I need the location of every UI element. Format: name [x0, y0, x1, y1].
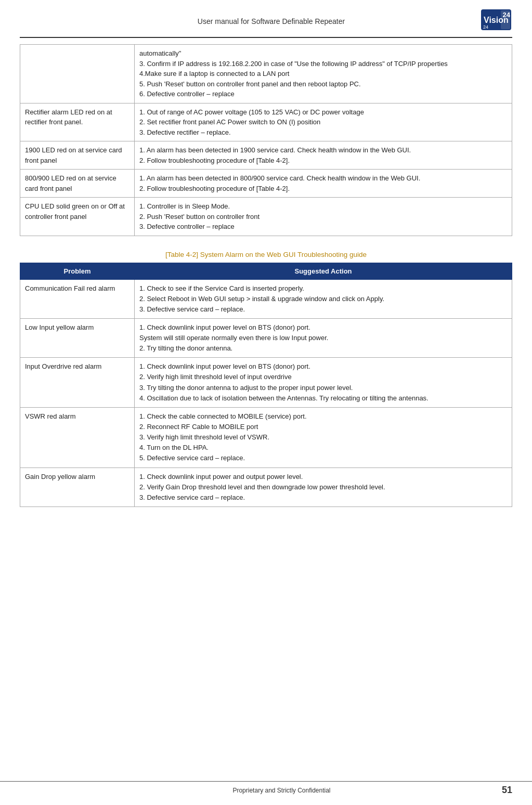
top-table-problem-0 [20, 45, 135, 103]
main-table-action-2: 1. Check downlink input power level on B… [135, 358, 512, 408]
top-table-action-1: 1. Out of range of AC power voltage (105… [135, 103, 512, 141]
top-table-problem-1: Rectifier alarm LED red on at rectifier … [20, 103, 135, 141]
svg-text:24: 24 [483, 24, 488, 30]
header-title: User manual for Software Definable Repea… [61, 17, 481, 25]
top-table: automatically"3. Confirm if IP address i… [20, 44, 512, 236]
main-table-action-4: 1. Check downlink input power and output… [135, 468, 512, 507]
page-number: 51 [502, 785, 512, 796]
main-table-problem-3: VSWR red alarm [20, 407, 135, 468]
top-table-problem-3: 800/900 LED red on at service card front… [20, 170, 135, 198]
page-footer: Proprietary and Strictly Confidential 51 [0, 781, 532, 796]
top-table-action-2: 1. An alarm has been detected in 1900 se… [135, 141, 512, 170]
section-title: [Table 4-2] System Alarm on the Web GUI … [20, 251, 512, 258]
top-table-action-4: 1. Controller is in Sleep Mode.2. Push '… [135, 198, 512, 236]
top-table-problem-2: 1900 LED red on at service card front pa… [20, 141, 135, 170]
main-table-problem-1: Low Input yellow alarm [20, 318, 135, 357]
footer-center: Proprietary and Strictly Confidential [232, 787, 330, 794]
main-table-problem-2: Input Overdrive red alarm [20, 358, 135, 408]
logo: Vision 24 24 [481, 9, 512, 33]
col-problem: Problem [20, 263, 135, 279]
top-table-problem-4: CPU LED solid green on or Off at control… [20, 198, 135, 236]
main-table-action-3: 1. Check the cable connected to MOBILE (… [135, 407, 512, 468]
main-table-action-1: 1. Check downlink input power level on B… [135, 318, 512, 357]
table-ref: [Table 4-2] [165, 251, 198, 258]
main-table-problem-4: Gain Drop yellow alarm [20, 468, 135, 507]
main-table: Problem Suggested Action Communication F… [20, 263, 512, 508]
main-table-action-0: 1. Check to see if the Service Card is i… [135, 279, 512, 318]
main-table-problem-0: Communication Fail red alarm [20, 279, 135, 318]
top-table-action-3: 1. An alarm has been detected in 800/900… [135, 170, 512, 198]
col-action: Suggested Action [135, 263, 512, 279]
top-table-action-0: automatically"3. Confirm if IP address i… [135, 45, 512, 103]
section-rest: System Alarm on the Web GUI Troubleshoot… [198, 251, 367, 258]
page-header: User manual for Software Definable Repea… [20, 9, 512, 38]
